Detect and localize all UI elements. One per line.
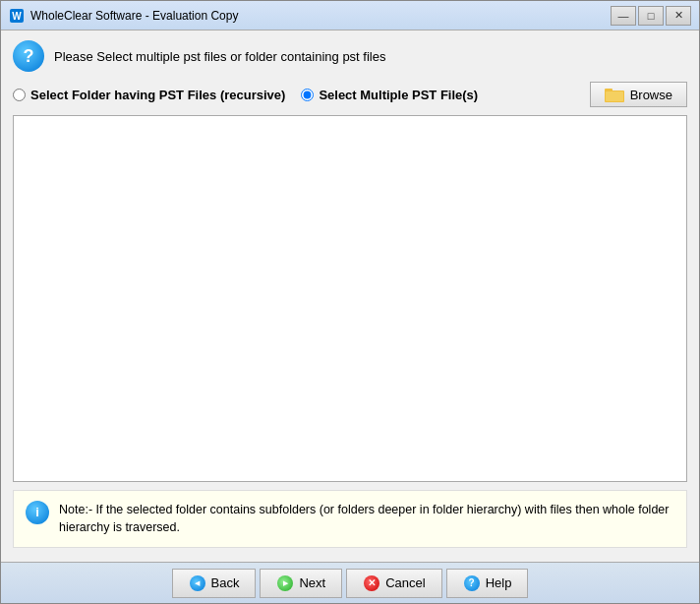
footer-bar: Back Next ✕ Cancel ? Help — [1, 562, 699, 603]
note-text: Note:- If the selected folder contains s… — [59, 501, 674, 538]
info-icon: ? — [13, 40, 44, 72]
back-icon — [189, 574, 206, 592]
folder-radio[interactable] — [13, 89, 26, 101]
header-text: Please Select multiple pst files or fold… — [54, 49, 385, 64]
multiple-option[interactable]: Select Multiple PST File(s) — [301, 88, 478, 102]
header-row: ? Please Select multiple pst files or fo… — [13, 40, 687, 72]
svg-rect-4 — [606, 91, 623, 101]
folder-option[interactable]: Select Folder having PST Files (recursiv… — [13, 88, 285, 102]
folder-icon — [605, 87, 624, 102]
help-button[interactable]: ? Help — [446, 569, 529, 598]
maximize-button[interactable]: □ — [638, 6, 664, 26]
main-content: ? Please Select multiple pst files or fo… — [1, 30, 699, 562]
back-label: Back — [211, 575, 240, 590]
multiple-radio[interactable] — [301, 89, 314, 101]
next-button[interactable]: Next — [260, 569, 342, 598]
note-area: i Note:- If the selected folder contains… — [13, 490, 687, 549]
browse-button[interactable]: Browse — [590, 82, 687, 107]
note-info-icon: i — [26, 501, 49, 524]
title-bar: W WholeClear Software - Evaluation Copy … — [1, 1, 699, 30]
main-window: W WholeClear Software - Evaluation Copy … — [0, 0, 700, 604]
options-row: Select Folder having PST Files (recursiv… — [13, 82, 687, 107]
next-label: Next — [299, 575, 325, 590]
minimize-button[interactable]: — — [611, 6, 636, 26]
window-controls: — □ ✕ — [611, 6, 691, 26]
file-list-area[interactable] — [13, 115, 687, 482]
window-title: WholeClear Software - Evaluation Copy — [30, 9, 611, 23]
app-icon: W — [9, 8, 25, 24]
cancel-icon: ✕ — [363, 574, 380, 592]
close-button[interactable]: ✕ — [666, 6, 691, 26]
cancel-button[interactable]: ✕ Cancel — [346, 569, 441, 598]
multiple-label: Select Multiple PST File(s) — [319, 88, 478, 102]
browse-label: Browse — [630, 88, 672, 102]
help-label: Help — [486, 575, 512, 590]
svg-text:W: W — [12, 11, 22, 22]
back-button[interactable]: Back — [172, 569, 257, 598]
folder-label: Select Folder having PST Files (recursiv… — [30, 88, 285, 102]
help-icon: ? — [463, 574, 481, 592]
cancel-label: Cancel — [385, 575, 425, 590]
next-icon — [276, 574, 294, 592]
